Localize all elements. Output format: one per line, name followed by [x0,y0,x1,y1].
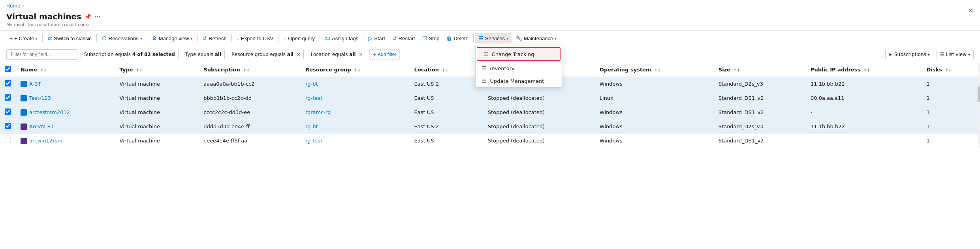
select-all-checkbox[interactable] [5,66,11,72]
disks-cell: 1 [922,77,980,91]
row-checkbox-cell[interactable] [0,91,16,105]
rg-link[interactable]: rg-bt [305,124,318,129]
type-cell: Virtual machine [115,105,199,120]
public-ip-value: 11.1b.bb.b22 [811,124,845,129]
subscriptions-select[interactable]: ⊞ Subscriptions ▾ [885,50,933,59]
filter-rg-close[interactable]: ✕ [297,52,300,57]
row-checkbox[interactable] [5,123,11,129]
create-button[interactable]: + + Create ▾ [6,33,41,43]
status-value: Stopped (deallocated) [488,95,545,101]
row-checkbox-cell[interactable] [0,77,16,91]
disks-value: 1 [926,81,929,87]
export-csv-label: Export to CSV [241,36,273,41]
row-checkbox[interactable] [5,94,11,101]
subscription-value: aaaa0a0a-bb1b-cc2 [203,81,254,87]
name-header[interactable]: Name ↑↓ [16,63,115,77]
subscriptions-chevron: ▾ [928,52,930,57]
location-col-label: Location [414,67,439,73]
subscription-header[interactable]: Subscription ↑↓ [199,63,301,77]
reservations-button[interactable]: ⏱ Reservations ▾ [98,33,145,43]
rg-link[interactable]: rg-test [305,138,322,144]
export-csv-button[interactable]: ↓ Export to CSV [233,33,277,43]
services-label: Services [485,36,505,41]
toolbar: + + Create ▾ ⇄ Switch to classic ⏱ Reser… [0,30,980,46]
disks-sort[interactable]: ↑↓ [945,68,952,72]
services-button[interactable]: ☰ Services ▾ [475,33,512,43]
inventory-label: Inventory [490,66,515,71]
location-header[interactable]: Location ↑↓ [410,63,483,77]
resource-group-header[interactable]: Resource group ↑↓ [301,63,409,77]
row-checkbox[interactable] [5,80,11,86]
restart-button[interactable]: ↺ Restart [389,33,418,43]
location-cell: East US 2 [410,120,483,134]
inventory-item[interactable]: ☰ Inventory [476,62,562,75]
filter-location-close[interactable]: ✕ [359,52,363,57]
row-checkbox[interactable] [5,137,11,143]
filter-location-text: Location equals all [310,52,356,57]
size-sort[interactable]: ↑↓ [734,68,740,72]
add-filter-button[interactable]: + Add filter [369,49,400,60]
location-cell: East US [410,91,483,105]
vm-name-link[interactable]: Test-123 [29,95,51,101]
type-sort[interactable]: ↑↓ [136,68,143,72]
row-checkbox-cell[interactable] [0,105,16,120]
open-query-button[interactable]: ⌕ Open query [280,33,318,43]
size-header[interactable]: Size ↑↓ [714,63,806,77]
start-button[interactable]: ▷ Start [365,33,388,43]
rg-sort[interactable]: ↑↓ [354,68,361,72]
scrollbar[interactable] [978,63,980,148]
rg-link[interactable]: rg-test [305,95,322,101]
stop-button[interactable]: ☐ Stop [419,33,443,43]
vm-name-link[interactable]: arcwin12rsm [29,138,62,144]
row-checkbox-cell[interactable] [0,134,16,148]
public-ip-cell: - [806,105,922,120]
vm-name-link[interactable]: ArcVM-BT [29,124,54,129]
rg-link[interactable]: roramc-rg [305,109,331,115]
change-tracking-item[interactable]: ☰ Change Tracking [477,47,561,61]
location-sort[interactable]: ↑↓ [442,68,449,72]
filter-input[interactable] [6,49,77,60]
switch-classic-button[interactable]: ⇄ Switch to classic [44,33,94,43]
status-value: Stopped (deallocated) [488,124,545,129]
disks-value: 1 [926,138,929,144]
manage-view-button[interactable]: ⚙ Manage view ▾ [149,33,196,43]
vm-icon [21,109,27,116]
filter-subscription: Subscription equals 4 of 82 selected [81,50,179,59]
select-all-header[interactable] [0,63,16,77]
subscription-sort[interactable]: ↑↓ [243,68,250,72]
location-cell: East US 2 [410,77,483,91]
os-sort[interactable]: ↑↓ [654,68,661,72]
vm-name-link[interactable]: arctestrsm2012 [29,109,70,115]
os-header[interactable]: Operating system ↑↓ [595,63,714,77]
maintenance-button[interactable]: 🔧 Maintenance ▾ [512,33,560,43]
public-ip-header[interactable]: Public IP address ↑↓ [806,63,922,77]
close-button[interactable]: ✕ [968,6,974,15]
disks-value: 1 [926,95,929,101]
row-checkbox-cell[interactable] [0,120,16,134]
subscription-col-label: Subscription [203,67,240,73]
sep3 [147,34,147,42]
list-view-select[interactable]: ☰ List view ▾ [937,50,974,59]
update-management-item[interactable]: ☰ Update Management [476,75,562,87]
row-checkbox[interactable] [5,109,11,115]
vm-icon [21,81,27,87]
refresh-button[interactable]: ↺ Refresh [199,33,230,43]
type-header[interactable]: Type ↑↓ [115,63,199,77]
public-ip-cell: 00.0a.aa.a11 [806,91,922,105]
services-chevron: ▾ [506,36,508,41]
location-value: East US 2 [414,124,439,129]
disks-header[interactable]: Disks ↑↓ [922,63,980,77]
public-ip-sort[interactable]: ↑↓ [863,68,870,72]
name-sort[interactable]: ↑↓ [40,68,47,72]
rg-link[interactable]: rg-bt [305,81,318,87]
breadcrumb-sep: › [23,4,24,9]
more-icon[interactable]: ··· [94,13,100,21]
services-dropdown: ☰ Change Tracking ☰ Inventory ☰ Update M… [475,46,562,88]
assign-tags-button[interactable]: 🏷 Assign tags [322,33,361,43]
rg-cell: roramc-rg [301,105,409,120]
name-cell: arctestrsm2012 [16,105,115,120]
breadcrumb-home[interactable]: Home [6,3,20,9]
vm-name-link[interactable]: A-BT [29,81,41,87]
pin-icon[interactable]: 📌 [85,13,91,20]
delete-button[interactable]: 🗑 Delete [443,33,472,43]
